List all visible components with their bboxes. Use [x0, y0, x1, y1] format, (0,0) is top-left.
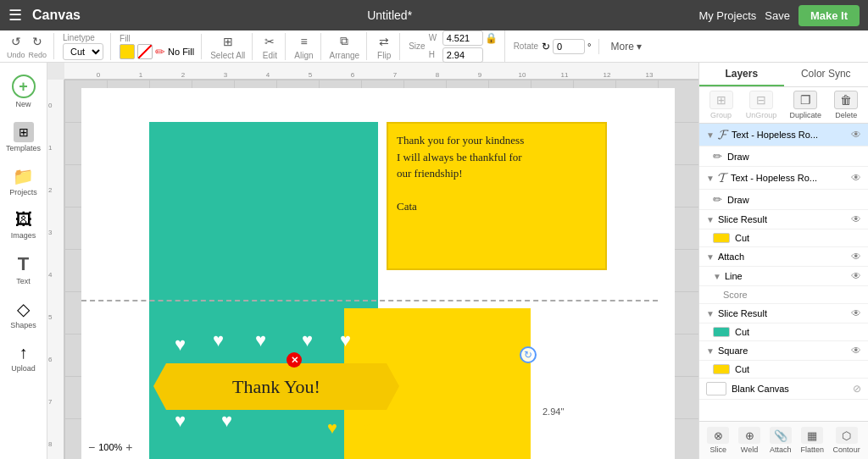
- layer-slice-result-label-2: Slice Result: [718, 308, 851, 318]
- layer-text-hopeless-2[interactable]: ▼ 𝓣 Text - Hopeless Ro... 👁: [699, 167, 868, 190]
- zoom-in-button[interactable]: +: [125, 440, 132, 454]
- layer-draw-2[interactable]: ✏ Draw: [699, 190, 868, 210]
- select-all-button[interactable]: ⊞: [220, 33, 236, 50]
- layer-text-hopeless-1[interactable]: ▼ 𝓕 Text - Hopeless Ro... 👁: [699, 124, 868, 147]
- save-button[interactable]: Save: [765, 9, 790, 22]
- document-title: Untitled*: [91, 8, 688, 22]
- width-lock-icon: 🔒: [485, 32, 498, 44]
- banner-text: Thank You!: [232, 376, 320, 398]
- yellow-textbox[interactable]: Thank you for your kindness I will alway…: [387, 122, 607, 270]
- canvas-viewport[interactable]: Thank you for your kindness I will alway…: [64, 80, 698, 459]
- rotate-input[interactable]: [553, 39, 585, 54]
- eye-icon-5[interactable]: 👁: [851, 270, 861, 282]
- fill-value: No Fill: [168, 47, 194, 57]
- panel-tabs: Layers Color Sync: [699, 63, 868, 87]
- layer-text-label-1: Text - Hopeless Ro...: [732, 130, 851, 140]
- hamburger-menu-icon[interactable]: ☰: [8, 6, 22, 25]
- no-fill-swatch[interactable]: [137, 44, 153, 59]
- layer-line[interactable]: ▼ Line 👁: [699, 267, 868, 286]
- nav-right-actions: My Projects Save Make It: [698, 5, 860, 26]
- align-button[interactable]: ≡: [297, 33, 310, 50]
- flatten-button[interactable]: ▦ Flatten: [800, 427, 824, 454]
- make-it-button[interactable]: Make It: [798, 5, 860, 26]
- arrange-label: Arrange: [330, 51, 360, 60]
- sidebar-item-upload[interactable]: ↑ Upload: [0, 338, 47, 378]
- layer-cut-teal-label: Cut: [735, 327, 861, 337]
- fill-color-swatch[interactable]: [120, 44, 135, 59]
- attach-action-button[interactable]: 📎 Attach: [770, 427, 792, 454]
- textbox-line3: our friendship!: [397, 167, 463, 180]
- layer-attach-arrow: ▼: [706, 252, 715, 262]
- flatten-icon: ▦: [801, 427, 823, 444]
- main-area: + New ⊞ Templates 📁 Projects 🖼 Images T …: [0, 63, 868, 459]
- heart-9: ♥: [363, 418, 373, 438]
- sidebar-item-templates[interactable]: ⊞ Templates: [0, 117, 47, 158]
- flip-button[interactable]: ⇄: [376, 33, 392, 50]
- undo-button[interactable]: ↺: [8, 33, 25, 50]
- sidebar-item-shapes[interactable]: ◇ Shapes: [0, 294, 47, 335]
- my-projects-button[interactable]: My Projects: [698, 9, 756, 22]
- edit-button[interactable]: ✂: [261, 33, 278, 50]
- layer-cut-yellow[interactable]: Cut: [699, 230, 868, 247]
- layer-slice-result-2[interactable]: ▼ Slice Result 👁: [699, 304, 868, 324]
- layer-draw-label-1: Draw: [727, 152, 861, 162]
- delete-button[interactable]: 🗑 Delete: [834, 91, 858, 119]
- duplicate-button[interactable]: ❐ Duplicate: [790, 91, 822, 119]
- rotation-handle[interactable]: ↻: [520, 346, 537, 363]
- banner-element[interactable]: Thank You!: [166, 363, 387, 410]
- layer-slice-result-1[interactable]: ▼ Slice Result 👁: [699, 210, 868, 230]
- tab-color-sync[interactable]: Color Sync: [784, 63, 869, 86]
- ungroup-button[interactable]: ⊟ UnGroup: [746, 91, 777, 119]
- layer-cut-teal[interactable]: Cut: [699, 324, 868, 341]
- delete-handle-button[interactable]: ✕: [287, 352, 302, 368]
- layer-cut-square-yellow-label: Cut: [735, 364, 861, 374]
- sidebar-item-projects[interactable]: 📁 Projects: [0, 161, 47, 202]
- layer-cut-square-yellow[interactable]: Cut: [699, 361, 868, 379]
- fill-label: Fill: [120, 34, 194, 43]
- heart-6: ♥: [175, 410, 186, 432]
- redo-button[interactable]: ↻: [29, 33, 46, 50]
- height-input[interactable]: [442, 47, 483, 63]
- width-input[interactable]: [442, 30, 483, 46]
- layer-draw-1[interactable]: ✏ Draw: [699, 147, 868, 167]
- sidebar-item-new[interactable]: + New: [0, 69, 47, 113]
- eye-icon-7[interactable]: 👁: [851, 345, 861, 357]
- duplicate-icon: ❐: [793, 91, 817, 109]
- contour-button[interactable]: ⬡ Contour: [833, 427, 860, 454]
- cut-teal-swatch: [713, 327, 730, 337]
- group-button[interactable]: ⊞ Group: [709, 91, 733, 119]
- eye-icon-1[interactable]: 👁: [851, 129, 861, 141]
- zoom-percentage: 100%: [98, 442, 122, 452]
- sidebar-item-text[interactable]: T Text: [0, 248, 47, 290]
- eye-icon-6[interactable]: 👁: [851, 307, 861, 319]
- layer-score[interactable]: Score: [699, 286, 868, 304]
- undo-label: Undo: [7, 51, 25, 59]
- slice-button[interactable]: ⊗ Slice: [707, 427, 729, 454]
- layer-square[interactable]: ▼ Square 👁: [699, 341, 868, 361]
- heart-3: ♥: [255, 329, 266, 351]
- linetype-group: Linetype Cut: [63, 33, 111, 60]
- layer-blank-canvas[interactable]: Blank Canvas ⊘: [699, 379, 868, 400]
- group-label: Group: [710, 111, 732, 119]
- linetype-select[interactable]: Cut: [63, 43, 103, 60]
- tab-layers[interactable]: Layers: [699, 63, 784, 86]
- more-button[interactable]: More ▾: [608, 39, 646, 54]
- zoom-out-button[interactable]: −: [88, 440, 95, 454]
- layer-attach[interactable]: ▼ Attach 👁: [699, 247, 868, 267]
- pen-icon[interactable]: ✏: [155, 45, 165, 58]
- sidebar-item-images[interactable]: 🖼 Images: [0, 205, 47, 245]
- textbox-line1: Thank you for your kindness: [397, 134, 524, 147]
- weld-button[interactable]: ⊕ Weld: [738, 427, 760, 454]
- layer-line-label: Line: [725, 271, 851, 281]
- cut-square-yellow-swatch: [713, 364, 730, 374]
- attach-action-label: Attach: [770, 445, 792, 454]
- eye-icon-8[interactable]: ⊘: [853, 383, 861, 395]
- eye-icon-2[interactable]: 👁: [851, 172, 861, 184]
- panel-toolbar: ⊞ Group ⊟ UnGroup ❐ Duplicate 🗑 Delete: [699, 87, 868, 124]
- canvas-area[interactable]: 0 1 2 3 4 5 6 7 8 9 10 11 12 13 0 1 2: [47, 63, 698, 459]
- app-title: Canvas: [32, 8, 81, 23]
- arrange-button[interactable]: ⧉: [337, 32, 352, 50]
- eye-icon-4[interactable]: 👁: [851, 251, 861, 263]
- eye-icon-3[interactable]: 👁: [851, 213, 861, 225]
- canvas-footer: − 100% +: [83, 439, 138, 456]
